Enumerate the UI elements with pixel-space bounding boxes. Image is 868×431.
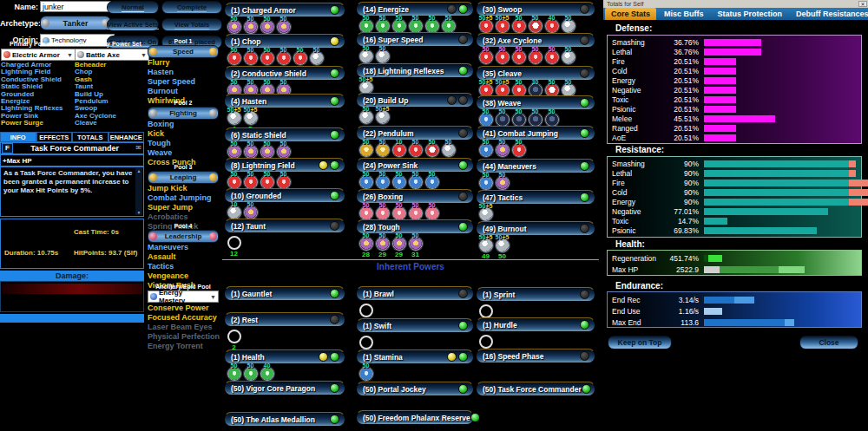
pool-next-icon[interactable] [209,48,217,56]
power-led-green[interactable] [330,191,339,200]
power-led-yellow[interactable] [319,160,328,170]
power-led-dark[interactable] [458,192,468,201]
power-led-dark[interactable] [447,4,457,14]
pool-next-icon[interactable] [209,232,217,240]
power-pill[interactable]: (50) Freedom Phalanx Reserve [356,410,474,425]
detail-window-icon[interactable]: ✉ [135,145,141,152]
pool-next-icon[interactable] [209,109,217,117]
close-button[interactable]: Close [799,336,858,349]
power-led-green[interactable] [330,69,339,78]
keep-on-top-button[interactable]: Keep on Top [608,336,672,349]
power-led-dark[interactable] [330,315,339,324]
secondary-set-select[interactable]: Battle Axe ▼ [75,49,149,61]
power-led-green[interactable] [458,66,468,75]
power-pill[interactable]: (50) Task Force Commander [476,382,595,396]
name-input[interactable] [40,1,111,12]
power-led-yellow[interactable] [330,36,339,46]
power-led-green[interactable] [330,5,339,15]
close-icon[interactable]: ✕ [858,1,867,7]
power-led-green[interactable] [458,4,468,14]
pool-dropdown[interactable]: Fighting [148,107,219,120]
power-led-green[interactable] [580,161,589,171]
power-pill[interactable]: (12) Taunt [224,219,345,233]
tab-core-stats[interactable]: Core Stats [605,8,656,20]
power-led-dark[interactable] [580,69,589,78]
power-led-green[interactable] [580,98,589,108]
tab-debuff-resistances[interactable]: Debuff Resistances [790,8,868,20]
power-led-green[interactable] [458,352,468,362]
powerset-power[interactable]: Power Surge [1,120,74,127]
power-led-green[interactable] [330,160,339,170]
power-led-yellow[interactable] [447,352,457,362]
scroll-up-icon[interactable]: ▲ [137,168,141,173]
enhancement-slot[interactable]: 50+549 [477,234,494,260]
power-led-green[interactable] [330,289,339,298]
power-pill[interactable]: (16) Speed Phase [476,349,595,363]
enhancement-slot[interactable]: 5031 [407,232,424,258]
pool-prev-icon[interactable] [149,173,157,181]
power-pill[interactable]: (50) Vigor Core Paragon [224,381,345,395]
power-led-dark[interactable] [458,95,468,105]
power-led-green[interactable] [458,384,468,394]
enhancement-slot[interactable]: 12 [226,232,242,258]
power-led-green[interactable] [582,384,591,394]
pool-power[interactable]: Acrobatics [148,212,219,222]
pool-dropdown[interactable]: Leadership [148,230,219,243]
epic-power[interactable]: Energy Torrent [148,342,219,351]
power-led-dark[interactable] [580,36,589,45]
pool-prev-icon[interactable] [149,48,157,56]
archetype-prev-icon[interactable] [42,19,49,27]
epic-power[interactable]: Laser Beam Eyes [148,323,219,332]
primary-set-select[interactable]: Electric Armor ▼ [1,49,76,61]
power-led-green[interactable] [458,321,468,330]
power-led-dark[interactable] [447,95,457,105]
pool-power[interactable]: Super Speed [148,77,219,87]
tab-info[interactable]: INFO [0,132,36,142]
power-led-green[interactable] [330,130,339,140]
scroll-down-icon[interactable]: ▼ [137,210,141,215]
epic-pool-select[interactable]: Energy Mastery▼ [148,291,219,303]
enhancement-slot[interactable]: 50+550 [494,234,510,260]
power-led-dark[interactable] [580,4,589,14]
power-pill[interactable]: (1) Gauntlet [224,286,345,301]
power-led-dark[interactable] [330,221,339,231]
pool-power[interactable]: Boxing [148,120,219,129]
pool-power[interactable]: Combat Jumping [148,193,219,203]
enhancement-slot[interactable]: 2 [226,325,242,351]
tab-enhance[interactable]: ENHANCE [108,132,145,142]
pool-power[interactable]: Flurry [148,58,219,68]
pool-prev-icon[interactable] [149,232,157,240]
power-led-green[interactable] [580,320,589,330]
pool-prev-icon[interactable] [149,109,157,117]
pool-dropdown[interactable]: Speed [148,45,219,58]
power-led-green[interactable] [580,128,589,138]
power-pill[interactable]: (2) Rest [224,312,345,327]
pool-dropdown[interactable]: Leaping [148,171,219,184]
power-led-dark[interactable] [580,290,589,299]
powerset-power[interactable]: Cleave [75,120,148,127]
power-pill[interactable]: (50) The Atlas Medallion [224,412,345,427]
epic-power[interactable]: Conserve Power [148,304,219,313]
power-led-green[interactable] [458,160,468,170]
totals-title-bar[interactable]: Totals for Self ✕ [603,0,868,8]
tab-effects[interactable]: EFFECTS [36,132,73,142]
pool-next-icon[interactable] [209,173,217,181]
tab-status-protection[interactable]: Status Protection [712,8,789,20]
power-led-green[interactable] [330,352,339,362]
power-led-dark[interactable] [458,289,468,298]
power-led-dark[interactable] [458,128,468,138]
power-led-yellow[interactable] [319,352,328,362]
power-led-dark[interactable] [580,351,589,361]
power-led-green[interactable] [330,96,339,106]
enhancement-slot[interactable]: 5029 [374,232,391,258]
power-led-green[interactable] [470,413,480,422]
power-pill[interactable]: (50) Portal Jockey [356,382,474,396]
epic-power[interactable]: Focused Accuracy [148,313,219,323]
tab-misc-buffs[interactable]: Misc Buffs [658,8,710,20]
pool-power[interactable]: Weave [148,148,219,158]
power-led-green[interactable] [330,383,339,393]
pool-power[interactable]: Hasten [148,68,219,77]
pool-power[interactable]: Jump Kick [148,184,219,193]
pool-power[interactable]: Vengeance [148,271,219,281]
power-led-green[interactable] [580,193,589,202]
